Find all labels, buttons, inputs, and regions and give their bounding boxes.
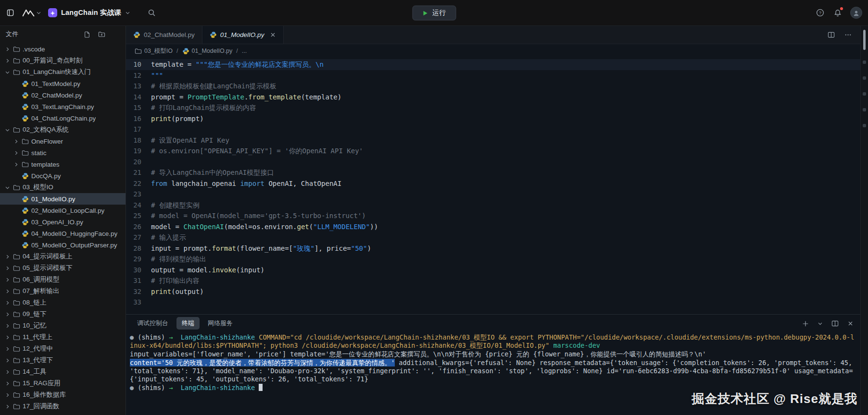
terminal-dropdown-button[interactable]	[817, 318, 824, 328]
chevron-right-icon[interactable]	[4, 404, 11, 409]
tree-item[interactable]: 10_记忆	[0, 320, 126, 331]
code-line[interactable]: 26model = ChatOpenAI(model=os.environ.ge…	[126, 221, 860, 232]
tree-item[interactable]: 03_TextLangChain.py	[0, 101, 126, 112]
tree-item[interactable]: 00_开篇词_奇点时刻	[0, 55, 126, 66]
run-button[interactable]: 运行	[412, 5, 456, 20]
code-line[interactable]: 10template = """您是一位专业的鲜花店文案撰写员。\n	[126, 59, 860, 70]
chevron-right-icon[interactable]	[13, 150, 19, 156]
close-panel-button[interactable]	[846, 318, 855, 328]
tree-item[interactable]: DocQA.py	[0, 170, 126, 182]
code-line[interactable]: 19# os.environ["OPENAI_API_KEY"] = '你的Op…	[126, 146, 860, 157]
chevron-down-icon[interactable]	[4, 70, 11, 75]
line-number[interactable]: 10	[126, 59, 151, 70]
tree-item[interactable]: 07_解析输出	[0, 285, 126, 297]
tree-item[interactable]: 04_ModelIO_HuggingFace.py	[0, 228, 126, 239]
tree-item[interactable]: 11_代理上	[0, 331, 126, 343]
line-number[interactable]: 24	[126, 200, 151, 211]
line-number[interactable]: 17	[126, 124, 151, 135]
line-number[interactable]: 19	[126, 146, 151, 157]
tree-item[interactable]: static	[0, 147, 126, 159]
chevron-right-icon[interactable]	[4, 346, 11, 352]
tree-item[interactable]: 15_RAG应用	[0, 378, 126, 389]
line-number[interactable]: 30	[126, 265, 151, 276]
tree-item[interactable]: 08_链上	[0, 297, 126, 308]
new-terminal-button[interactable]	[801, 318, 810, 328]
line-number[interactable]: 29	[126, 254, 151, 265]
tree-item[interactable]: 06_调用模型	[0, 274, 126, 285]
code-line[interactable]: 31# 打印输出内容	[126, 275, 860, 286]
line-number[interactable]: 26	[126, 221, 151, 232]
tree-item[interactable]: templates	[0, 159, 126, 170]
code-line[interactable]: 33	[126, 297, 860, 308]
code-line[interactable]: 21# 导入LangChain中的OpenAI模型接口	[126, 167, 860, 178]
breadcrumb-item[interactable]: 03_模型IO	[135, 47, 173, 55]
menu-button[interactable]	[6, 8, 15, 18]
tree-item[interactable]: 04_提示词模板上	[0, 251, 126, 262]
tree-item[interactable]: 05_ModelIO_OutputParser.py	[0, 239, 126, 251]
chevron-down-icon[interactable]	[4, 127, 11, 133]
tree-item[interactable]: .vscode	[0, 43, 126, 55]
line-number[interactable]: 20	[126, 157, 151, 168]
code-line[interactable]: 12"""	[126, 70, 860, 81]
tree-item[interactable]: 03_OpenAI_IO.py	[0, 216, 126, 228]
chevron-right-icon[interactable]	[4, 47, 11, 52]
search-button[interactable]	[147, 8, 157, 18]
code-line[interactable]: 20	[126, 157, 860, 168]
code-line[interactable]: 16print(prompt)	[126, 113, 860, 124]
code-line[interactable]: 28input = prompt.format(flower_name=["玫瑰…	[126, 243, 860, 254]
line-number[interactable]: 13	[126, 81, 151, 92]
tree-item[interactable]: 16_操作数据库	[0, 389, 126, 401]
new-file-button[interactable]	[83, 29, 91, 39]
chevron-right-icon[interactable]	[13, 162, 19, 167]
line-number[interactable]: 31	[126, 275, 151, 286]
chevron-right-icon[interactable]	[4, 277, 11, 282]
tree-item[interactable]: 02_ChatModel.py	[0, 89, 126, 101]
code-line[interactable]: 15# 打印LangChain提示模板的内容	[126, 102, 860, 113]
chevron-right-icon[interactable]	[4, 392, 11, 398]
panel-tab[interactable]: 终端	[176, 317, 200, 330]
tree-item[interactable]: 02_ModelIO_LoopCall.py	[0, 205, 126, 216]
chevron-right-icon[interactable]	[4, 381, 11, 386]
help-button[interactable]: ?	[815, 8, 825, 18]
line-number[interactable]: 18	[126, 135, 151, 146]
panel-tab[interactable]: 网络服务	[202, 317, 238, 330]
scrollbar-thumb[interactable]	[863, 30, 866, 50]
line-number[interactable]: 32	[126, 286, 151, 297]
chevron-right-icon[interactable]	[4, 266, 11, 271]
tree-item[interactable]: 17_回调函数	[0, 401, 126, 412]
code-line[interactable]: 30output = model.invoke(input)	[126, 265, 860, 276]
chevron-right-icon[interactable]	[13, 139, 19, 144]
chevron-right-icon[interactable]	[4, 323, 11, 329]
split-terminal-button[interactable]	[830, 318, 840, 328]
code-editor[interactable]: 10template = """您是一位专业的鲜花店文案撰写员。\n12"""1…	[126, 58, 860, 314]
line-number[interactable]: 33	[126, 297, 151, 308]
editor-tab[interactable]: 01_ModelIO.py	[202, 26, 284, 44]
line-number[interactable]: 23	[126, 189, 151, 200]
line-number[interactable]: 22	[126, 178, 151, 189]
split-editor-button[interactable]	[827, 30, 836, 40]
tree-item[interactable]: 04_ChatLongChain.py	[0, 112, 126, 124]
editor-tab[interactable]: 02_ChatModel.py	[126, 26, 202, 44]
line-number[interactable]: 14	[126, 92, 151, 103]
tree-item[interactable]: 13_代理下	[0, 354, 126, 366]
line-number[interactable]: 27	[126, 232, 151, 243]
code-line[interactable]: 27# 输入提示	[126, 232, 860, 243]
tree-item[interactable]: 01_TextModel.py	[0, 78, 126, 89]
tree-item[interactable]: 03_模型IO	[0, 182, 126, 193]
line-number[interactable]: 16	[126, 113, 151, 124]
line-number[interactable]: 28	[126, 243, 151, 254]
chevron-right-icon[interactable]	[4, 289, 11, 294]
tree-item[interactable]: 05_提示词模板下	[0, 262, 126, 274]
code-line[interactable]: 17	[126, 124, 860, 135]
chevron-right-icon[interactable]	[4, 254, 11, 259]
file-tree[interactable]: .vscode00_开篇词_奇点时刻01_LangChain快速入门01_Tex…	[0, 42, 126, 415]
code-line[interactable]: 18# 设置OpenAI API Key	[126, 135, 860, 146]
workspace-switcher[interactable]: LangChain 实战课	[48, 8, 130, 17]
chevron-right-icon[interactable]	[4, 312, 11, 317]
line-number[interactable]: 25	[126, 210, 151, 221]
tree-item[interactable]: 12_代理中	[0, 343, 126, 354]
line-number[interactable]: 21	[126, 167, 151, 178]
chevron-right-icon[interactable]	[4, 358, 11, 363]
chevron-down-icon[interactable]	[4, 185, 11, 190]
user-avatar[interactable]	[850, 7, 862, 19]
